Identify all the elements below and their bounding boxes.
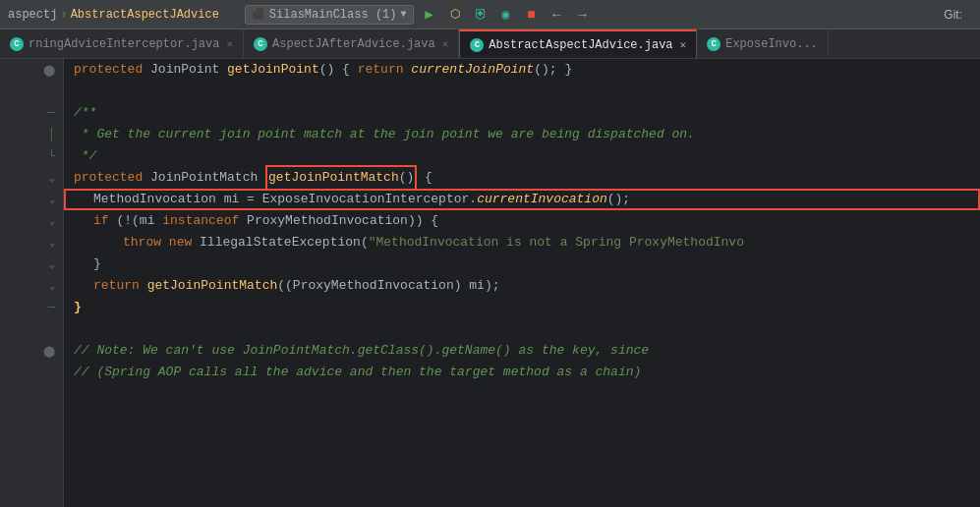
- code-line-4: * Get the current join point match at th…: [64, 124, 980, 145]
- gutter-line-4: │: [0, 124, 63, 145]
- editor-area: ⬤ ─ │ └ ⌄ ⌄ ⌄ ⌄ ⌄ ⌄ ─: [0, 59, 980, 507]
- code-line-12: }: [64, 297, 980, 318]
- code-line-7: MethodInvocation mi = ExposeInvocationIn…: [64, 189, 980, 210]
- code-line-13: [64, 318, 980, 340]
- code-line-10: }: [64, 254, 980, 275]
- gutter-line-2: [0, 81, 63, 102]
- code-line-14: // Note: We can't use JoinPointMatch.get…: [64, 340, 980, 362]
- gutter-line-8: ⌄: [0, 210, 63, 232]
- run-config-dropdown[interactable]: ▼: [400, 9, 406, 20]
- profile-button[interactable]: ◉: [496, 5, 516, 25]
- coverage-button[interactable]: ⛨: [471, 5, 490, 25]
- code-line-5: */: [64, 145, 980, 167]
- debug-button[interactable]: ⬡: [445, 5, 465, 25]
- tab-label-1: rningAdviceInterceptor.java: [29, 37, 219, 51]
- back-button[interactable]: ←: [548, 5, 567, 25]
- forward-button[interactable]: →: [573, 5, 593, 25]
- tab-label-2: AspectJAfterAdvice.java: [272, 37, 435, 51]
- tab-expose-invo[interactable]: C ExposeInvo...: [697, 29, 829, 59]
- code-line-2: [64, 81, 980, 102]
- run-config-label: SilasMainClass (1): [269, 8, 397, 22]
- code-content[interactable]: protected JoinPoint getJoinPoint() { ret…: [64, 59, 980, 507]
- code-line-11: return getJoinPointMatch((ProxyMethodInv…: [64, 275, 980, 297]
- gutter-line-3: ─: [0, 102, 63, 124]
- breadcrumb-aspectj: aspectj: [8, 8, 57, 22]
- gutter-line-13: [0, 318, 63, 340]
- gutter-line-11: ⌄: [0, 275, 63, 297]
- run-button[interactable]: ▶: [420, 5, 439, 25]
- tab-close-3[interactable]: ✕: [680, 38, 687, 51]
- tab-abstract-aspectj[interactable]: C AbstractAspectJAdvice.java ✕: [459, 29, 697, 59]
- code-line-6: protected JoinPointMatch getJoinPointMat…: [64, 167, 980, 189]
- tab-label-4: ExposeInvo...: [725, 37, 818, 51]
- git-label: Git:: [944, 8, 972, 22]
- code-line-3: /**: [64, 102, 980, 124]
- tab-icon-1: C: [10, 37, 24, 51]
- tab-icon-2: C: [254, 37, 267, 51]
- tab-close-2[interactable]: ✕: [442, 37, 449, 50]
- run-config[interactable]: ⬛ SilasMainClass (1) ▼: [245, 5, 414, 25]
- code-line-9: throw new IllegalStateException("MethodI…: [64, 232, 980, 254]
- gutter-line-1: ⬤: [0, 59, 63, 81]
- tab-aspectj-after[interactable]: C AspectJAfterAdvice.java ✕: [244, 29, 459, 59]
- gutter-line-5: └: [0, 145, 63, 167]
- gutter-line-6: ⌄: [0, 167, 63, 189]
- gutter-line-12: ─: [0, 297, 63, 318]
- gutter-line-7: ⌄: [0, 189, 63, 210]
- tab-icon-3: C: [470, 38, 484, 52]
- tab-label-3: AbstractAspectJAdvice.java: [489, 38, 672, 52]
- tab-close-1[interactable]: ✕: [226, 37, 233, 50]
- breadcrumb: aspectj › AbstractAspectJAdvice: [8, 8, 219, 22]
- code-line-1: protected JoinPoint getJoinPoint() { ret…: [64, 59, 980, 81]
- tab-rning-advice[interactable]: C rningAdviceInterceptor.java ✕: [0, 29, 244, 59]
- breadcrumb-class: AbstractAspectJAdvice: [71, 8, 219, 22]
- gutter-line-9: ⌄: [0, 232, 63, 254]
- title-bar: aspectj › AbstractAspectJAdvice ⬛ SilasM…: [0, 0, 980, 29]
- tabs-bar: C rningAdviceInterceptor.java ✕ C Aspect…: [0, 29, 980, 59]
- toolbar: ⬛ SilasMainClass (1) ▼ ▶ ⬡ ⛨ ◉ ■ ← →: [245, 5, 593, 25]
- code-line-8: if (!(mi instanceof ProxyMethodInvocatio…: [64, 210, 980, 232]
- stop-button[interactable]: ■: [522, 5, 542, 25]
- gutter-line-10: ⌄: [0, 254, 63, 275]
- gutter-line-14: ⬤: [0, 340, 63, 362]
- gutter-line-15: [0, 362, 63, 383]
- gutter: ⬤ ─ │ └ ⌄ ⌄ ⌄ ⌄ ⌄ ⌄ ─: [0, 59, 64, 507]
- code-line-15: // (Spring AOP calls all the advice and …: [64, 362, 980, 383]
- tab-icon-4: C: [707, 37, 721, 51]
